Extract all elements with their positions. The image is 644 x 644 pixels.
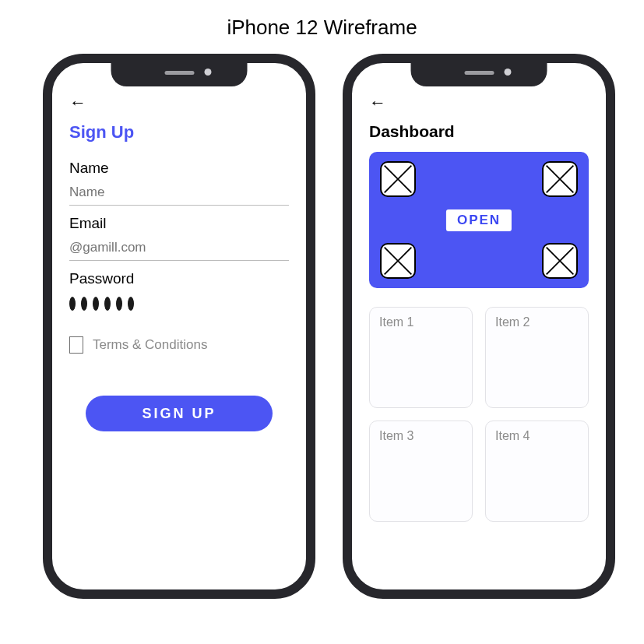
terms-row: Terms & Conditions [69,336,289,354]
label-password: Password [69,270,289,287]
stage: ← Sign Up Name Email Password Terms & Co… [0,40,644,644]
phone-signup: ← Sign Up Name Email Password Terms & Co… [43,54,315,599]
placeholder-image-icon [380,161,416,197]
card-item-4[interactable]: Item 4 [485,421,589,522]
card-item-3[interactable]: Item 3 [369,421,473,522]
label-email: Email [69,215,289,232]
placeholder-image-icon [542,243,578,279]
screen-dashboard: ← Dashboard OPEN Item 1 Item 2 Item 3 It… [352,63,606,589]
placeholder-image-icon [542,161,578,197]
back-arrow-icon[interactable]: ← [69,94,289,111]
page-title: iPhone 12 Wireframe [0,0,644,40]
back-arrow-icon[interactable]: ← [369,94,589,111]
heading-signup: Sign Up [69,122,289,143]
screen-signup: ← Sign Up Name Email Password Terms & Co… [52,63,306,589]
hero-panel: OPEN [369,152,589,288]
card-item-2[interactable]: Item 2 [485,307,589,408]
terms-label: Terms & Conditions [93,337,207,353]
terms-checkbox[interactable] [69,336,83,354]
open-button[interactable]: OPEN [446,209,512,231]
input-password[interactable] [69,290,289,316]
heading-dashboard: Dashboard [369,122,589,141]
input-email[interactable] [69,235,289,261]
placeholder-image-icon [380,243,416,279]
card-item-1[interactable]: Item 1 [369,307,473,408]
signup-button[interactable]: SIGN UP [86,396,273,431]
phone-dashboard: ← Dashboard OPEN Item 1 Item 2 Item 3 It… [343,54,615,599]
input-name[interactable] [69,180,289,206]
dashboard-grid: Item 1 Item 2 Item 3 Item 4 [369,307,589,522]
label-name: Name [69,160,289,177]
